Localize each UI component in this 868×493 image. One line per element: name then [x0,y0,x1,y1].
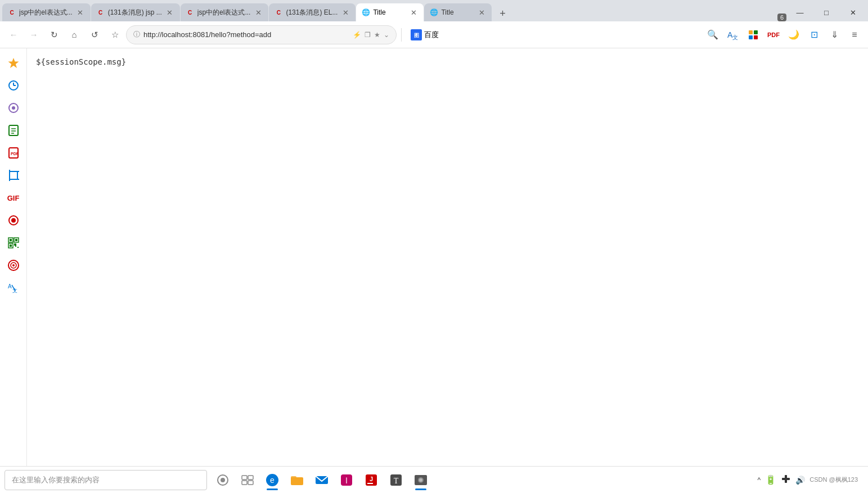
tab-6-close[interactable]: ✕ [477,8,486,17]
taskbar-explorer[interactable] [286,469,308,491]
menu-button[interactable]: ≡ [845,26,863,44]
taskbar-typora[interactable]: T [385,469,407,491]
svg-text:文: 文 [732,34,738,40]
sidebar-item-notes[interactable] [3,120,24,141]
svg-marker-8 [8,58,19,68]
minimize-button[interactable]: — [787,3,813,21]
taskbar-chevron[interactable]: ^ [757,475,762,485]
tab-count: 6 [777,13,786,21]
color-theme-button[interactable] [744,26,762,44]
home-button[interactable]: ⌂ [65,26,83,44]
tab-1-favicon: C [8,8,16,16]
taskbar-volume[interactable]: 🔊 [794,474,806,486]
sidebar-item-qr[interactable] [3,233,24,253]
tab-3[interactable]: C jsp中的el表达式... ✕ [181,3,269,21]
download-button[interactable]: ⇓ [825,26,843,44]
tab-5-close[interactable]: ✕ [409,8,418,17]
undo-button[interactable]: ↺ [86,26,104,44]
dark-mode-button[interactable]: 🌙 [785,26,803,44]
browser-body: PDF GIF [0,48,868,493]
taskbar-edge[interactable]: e [261,469,284,491]
svg-text:A: A [8,283,12,290]
baidu-button[interactable]: 图 百度 [406,27,443,43]
close-button[interactable]: ✕ [840,3,866,21]
taskbar-right: ^ 🔋 🔊 CSDN @枫枫123 [757,473,863,487]
svg-point-43 [221,478,225,482]
svg-text:图: 图 [414,33,419,38]
csdn-label: CSDN @枫枫123 [808,474,859,485]
address-input[interactable] [143,30,349,39]
sidebar-item-pdf[interactable]: PDF [3,143,24,163]
svg-rect-44 [242,476,247,480]
tab-4[interactable]: C (131条消息) EL... ✕ [269,3,356,21]
tabs-bar: C jsp中的el表达式... ✕ C (131条消息) jsp ... ✕ C… [0,0,868,21]
svg-point-13 [12,106,15,110]
taskbar-network[interactable] [780,473,792,487]
taskbar-icons: e ا J T [212,469,432,491]
svg-point-26 [11,218,16,223]
svg-rect-64 [782,478,790,480]
baidu-icon: 图 [411,29,422,40]
taskbar-cortana[interactable] [212,469,234,491]
svg-rect-51 [291,476,296,479]
svg-rect-14 [9,125,18,135]
sidebar-item-history[interactable] [3,75,24,96]
tab-3-label: jsp中的el表达式... [197,8,251,17]
sidebar-item-collections[interactable] [3,98,24,118]
taskbar-mail[interactable] [311,469,333,491]
refresh-button[interactable]: ↻ [45,26,63,44]
taskbar-photo[interactable] [410,469,432,491]
taskbar-battery[interactable]: 🔋 [764,473,777,486]
svg-text:J: J [370,476,373,482]
taskbar-photo-underline [415,489,426,490]
sidebar-item-crop[interactable] [3,165,24,186]
tab-5-label: Title [373,8,406,16]
tab-1[interactable]: C jsp中的el表达式... ✕ [2,3,91,21]
tab-5[interactable]: 🌐 Title ✕ [356,3,424,21]
maximize-button[interactable]: □ [813,3,839,21]
tab-6-label: Title [441,8,474,16]
navigation-bar: ← → ↻ ⌂ ↺ ☆ ⓘ ⚡ ❐ ★ ⌄ 图 百度 🔍 A文 PDF [0,21,868,48]
svg-rect-30 [15,239,17,241]
svg-rect-33 [14,243,16,246]
sidebar-item-favorites[interactable] [3,53,24,73]
star-filled-icon: ★ [374,31,380,39]
address-bar[interactable]: ⓘ ⚡ ❐ ★ ⌄ [126,25,397,44]
back-button[interactable]: ← [5,26,23,44]
tab-3-close[interactable]: ✕ [254,8,263,17]
sidebar-item-video-record[interactable] [3,255,24,275]
tab-5-favicon: 🌐 [362,8,370,16]
svg-rect-32 [10,245,12,247]
forward-button[interactable]: → [25,26,43,44]
tab-1-label: jsp中的el表达式... [19,8,73,17]
tab-2[interactable]: C (131条消息) jsp ... ✕ [91,3,180,21]
gif-label: GIF [7,194,20,202]
search-button[interactable]: 🔍 [704,26,722,44]
taskbar-jetbrains[interactable]: J [360,469,383,491]
dropdown-icon[interactable]: ⌄ [384,31,389,39]
translate-button[interactable]: A文 [724,26,742,44]
svg-rect-6 [749,35,753,39]
svg-text:ا: ا [345,476,348,485]
sidebar-item-gif[interactable]: GIF [3,188,24,208]
sidebar-item-translate[interactable]: A 文 [3,278,24,298]
sidebar-item-record[interactable] [3,210,24,230]
pdf-button[interactable]: PDF [764,26,782,44]
taskbar-search-text: 在这里输入你要搜索的内容 [12,475,100,485]
tab-1-close[interactable]: ✕ [76,8,85,17]
crop-button[interactable]: ⊡ [805,26,823,44]
tab-6[interactable]: 🌐 Title ✕ [424,3,492,21]
tab-4-close[interactable]: ✕ [341,8,350,17]
taskbar-search[interactable]: 在这里输入你要搜索的内容 [5,470,207,490]
bookmark-button[interactable]: ☆ [106,26,124,44]
svg-text:PDF: PDF [11,152,19,156]
tab-4-favicon: C [275,8,282,16]
tab-2-close[interactable]: ✕ [165,8,174,17]
new-tab-button[interactable]: + [494,6,510,21]
secure-icon: ⓘ [133,30,140,39]
svg-text:e: e [270,476,275,485]
taskbar-taskview[interactable] [236,469,259,491]
svg-rect-35 [15,246,16,247]
taskbar-app6[interactable]: ا [335,469,358,491]
svg-rect-28 [10,239,12,241]
